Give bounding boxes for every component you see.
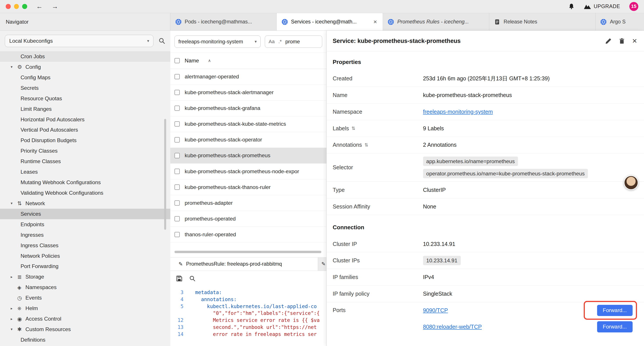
expand-annotations-icon[interactable]: ⇅: [364, 142, 368, 148]
sidebar-item[interactable]: ▾ ⚙ Config: [0, 62, 170, 72]
table-row[interactable]: prometheus-adapter: [170, 195, 326, 211]
table-row[interactable]: kube-prometheus-stack-prometheus-node-ex…: [170, 164, 326, 179]
row-checkbox[interactable]: [174, 121, 180, 127]
table-row[interactable]: kube-prometheus-stack-thanos-ruler: [170, 179, 326, 195]
drawer-header: Service: kube-prometheus-stack-prometheu…: [326, 31, 644, 51]
prometheusrule-editor-tab[interactable]: ✎ PrometheusRule: freeleaps-prod-rabbitm…: [170, 258, 318, 271]
user-avatar[interactable]: [624, 175, 638, 190]
sidebar-item[interactable]: Validating Webhook Configurations: [0, 188, 170, 198]
horizontal-scrollbar[interactable]: [174, 251, 321, 253]
navigator-sidebar: Local Kubeconfigs ▾ Cron Jobs ▾ ⚙ Config: [0, 31, 170, 346]
table-row[interactable]: kube-prometheus-stack-operator: [170, 132, 326, 148]
sidebar-item[interactable]: Leases: [0, 167, 170, 177]
notification-count-badge[interactable]: 15: [629, 2, 638, 11]
table-row[interactable]: kube-prometheus-stack-kube-state-metrics: [170, 116, 326, 132]
forward-port-button[interactable]: Forward...: [597, 305, 632, 316]
delete-trash-icon[interactable]: [618, 38, 625, 44]
sidebar-item[interactable]: Ingresses: [0, 230, 170, 240]
row-checkbox[interactable]: [174, 216, 180, 221]
sidebar-item[interactable]: Network Policies: [0, 251, 170, 261]
row-checkbox[interactable]: [174, 106, 180, 111]
editor-search-icon[interactable]: [189, 275, 196, 282]
sidebar-scrollbar[interactable]: [164, 119, 166, 230]
tab-label: Services - icecheng@math...: [291, 19, 369, 25]
row-checkbox[interactable]: [174, 90, 180, 95]
expand-labels-icon[interactable]: ⇅: [351, 126, 355, 131]
property-row-name: Name kube-prometheus-stack-prometheus: [326, 87, 644, 104]
sidebar-item[interactable]: Ingress Classes: [0, 240, 170, 251]
back-button[interactable]: ←: [36, 3, 43, 10]
app-tab[interactable]: Pods - icecheng@mathmas...: [170, 13, 277, 31]
row-checkbox[interactable]: [174, 169, 180, 174]
app-tab[interactable]: Release Notes: [489, 13, 596, 31]
app-tab[interactable]: Services - icecheng@math... ×: [277, 13, 383, 31]
sidebar-item[interactable]: Limit Ranges: [0, 104, 170, 114]
row-checkbox[interactable]: [174, 184, 180, 190]
sidebar-item[interactable]: Port Forwarding: [0, 261, 170, 272]
port-link[interactable]: 8080:reloader-web/TCP: [423, 324, 482, 330]
save-icon[interactable]: [176, 275, 182, 282]
sidebar-item[interactable]: Horizontal Pod Autoscalers: [0, 114, 170, 125]
sidebar-item[interactable]: ▾ ✱ Custom Resources: [0, 324, 170, 335]
forward-button[interactable]: →: [52, 3, 58, 10]
row-checkbox[interactable]: [174, 232, 180, 237]
code-text: annotations:: [189, 297, 236, 302]
table-row[interactable]: kube-prometheus-stack-prometheus: [170, 148, 326, 164]
sidebar-item[interactable]: ◈ Namespaces: [0, 282, 170, 293]
table-row[interactable]: kube-prometheus-stack-grafana: [170, 100, 326, 116]
sidebar-item[interactable]: Pod Disruption Budgets: [0, 135, 170, 146]
regex-toggle[interactable]: .*: [278, 39, 282, 44]
yaml-editor[interactable]: 3 metadata: 4 annotations: 5 kubectl.kub…: [170, 287, 326, 346]
sidebar-item[interactable]: Resource Quotas: [0, 93, 170, 104]
sidebar-item[interactable]: Runtime Classes: [0, 156, 170, 167]
drawer-body: Properties Created 253d 16h 6m ago (2025…: [326, 51, 644, 346]
name-column-header[interactable]: Name: [185, 58, 199, 64]
edit-pencil-icon[interactable]: [605, 38, 612, 44]
row-checkbox[interactable]: [174, 153, 180, 158]
sidebar-item[interactable]: ▾ ⇅ Network: [0, 198, 170, 209]
namespace-selector[interactable]: freeleaps-monitoring-system ▾: [174, 35, 260, 48]
port-link[interactable]: 9090/TCP: [423, 307, 448, 314]
table-row[interactable]: alertmanager-operated: [170, 69, 326, 85]
notifications-bell-icon[interactable]: [568, 3, 575, 10]
next-editor-tab-partial[interactable]: ✎: [318, 258, 326, 271]
kubeconfig-selector[interactable]: Local Kubeconfigs ▾: [5, 35, 154, 47]
sidebar-item[interactable]: Mutating Webhook Configurations: [0, 177, 170, 188]
select-all-checkbox[interactable]: [174, 58, 180, 63]
sidebar-item[interactable]: Vertical Pod Autoscalers: [0, 125, 170, 135]
close-drawer-icon[interactable]: ×: [632, 37, 637, 45]
sidebar-item[interactable]: Endpoints: [0, 219, 170, 230]
namespace-link[interactable]: freeleaps-monitoring-system: [423, 109, 493, 115]
maximize-window-button[interactable]: [22, 4, 27, 9]
app-tab[interactable]: Prometheus Rules - icecheng...: [383, 13, 489, 31]
match-case-toggle[interactable]: Aa: [269, 39, 275, 44]
row-checkbox[interactable]: [174, 200, 180, 206]
sidebar-item[interactable]: Cron Jobs: [0, 51, 170, 62]
sidebar-item[interactable]: Services: [0, 209, 170, 219]
forward-port-button[interactable]: Forward...: [597, 321, 632, 332]
sidebar-item-label: Network Policies: [20, 253, 60, 259]
table-row[interactable]: thanos-ruler-operated: [170, 227, 326, 242]
row-checkbox[interactable]: [174, 137, 180, 142]
close-window-button[interactable]: [6, 4, 10, 9]
sidebar-item[interactable]: Priority Classes: [0, 146, 170, 156]
sidebar-item[interactable]: ▸ ⎈ Helm: [0, 303, 170, 314]
app-tab[interactable]: Argo S: [596, 13, 644, 31]
search-icon[interactable]: [158, 37, 166, 44]
sidebar-item[interactable]: Config Maps: [0, 72, 170, 83]
table-row[interactable]: kube-prometheus-stack-alertmanager: [170, 85, 326, 100]
table-row[interactable]: prometheus-operated: [170, 211, 326, 227]
sidebar-item[interactable]: ◷ Events: [0, 293, 170, 303]
list-search-input[interactable]: Aa .* prome: [265, 35, 322, 48]
code-text: second.","runbook_url":"https://net: [189, 324, 317, 330]
sidebar-item[interactable]: ▸ ≣ Storage: [0, 272, 170, 282]
sidebar-item[interactable]: Definitions: [0, 335, 170, 345]
row-checkbox[interactable]: [174, 74, 180, 79]
close-tab-icon[interactable]: ×: [373, 18, 378, 25]
sidebar-item[interactable]: Secrets: [0, 83, 170, 93]
sidebar-item[interactable]: ▸ ◉ Access Control: [0, 314, 170, 324]
sort-ascending-icon[interactable]: ∧: [208, 58, 211, 63]
chevron-icon: ▸: [11, 306, 17, 311]
upgrade-button[interactable]: UPGRADE: [584, 3, 620, 9]
minimize-window-button[interactable]: [14, 4, 19, 9]
